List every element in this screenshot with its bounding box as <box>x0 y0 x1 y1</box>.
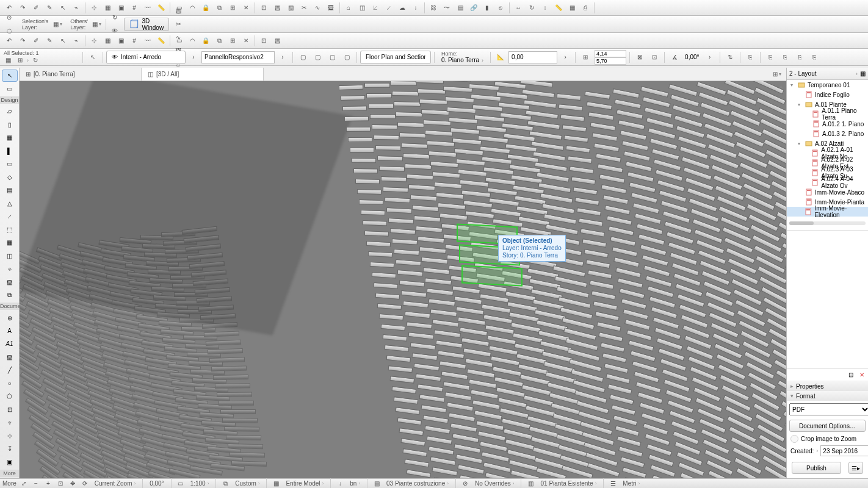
3d-window-button[interactable]: 3D Window <box>124 18 169 31</box>
panel-close-icon[interactable]: ✕ <box>858 370 866 379</box>
scale-dropdown[interactable]: 1:100› <box>188 480 212 487</box>
sb-ico-d[interactable]: ↓ <box>335 479 345 488</box>
pattern-a-icon[interactable]: ↶ <box>2 34 16 48</box>
sel-tool-b[interactable]: ⊞ <box>15 56 26 65</box>
vp-ctrl-a[interactable]: ▴ <box>775 81 786 91</box>
elev-icon[interactable]: 📐 <box>494 51 507 64</box>
beam-tool[interactable]: ▭ <box>2 158 18 170</box>
circle-icon[interactable]: ▣ <box>114 34 128 48</box>
layer-dropdown[interactable]: 👁 Interni - Arredo <box>106 51 186 64</box>
pattern-c-icon[interactable]: ✐ <box>29 34 43 48</box>
home-icon[interactable]: ⌂ <box>342 1 355 15</box>
sb-ico-h[interactable]: ☰ <box>608 479 618 488</box>
units-dropdown[interactable]: Metri› <box>620 480 642 487</box>
zoom-dropdown[interactable]: Current Zoom› <box>92 480 138 487</box>
poly-tool[interactable]: ⬠ <box>2 390 18 402</box>
story-value[interactable]: 0. Piano Terra <box>441 57 479 63</box>
shell-tool[interactable]: ⟋ <box>2 210 18 222</box>
column-tool[interactable]: ▌ <box>2 145 18 156</box>
coord-chev[interactable]: › <box>559 51 572 64</box>
nav-scroll[interactable] <box>787 217 868 230</box>
bar-icon[interactable]: ▮ <box>480 1 494 15</box>
arrow-icon[interactable]: ⊞ <box>226 34 239 48</box>
overrides-dropdown[interactable]: No Overrides› <box>472 480 517 487</box>
image-icon[interactable]: 🖼 <box>324 1 338 15</box>
nav-view-icon[interactable]: ▦ <box>860 70 866 77</box>
sb-ico-f[interactable]: ⊘ <box>460 479 470 488</box>
stair-tool[interactable]: ▤ <box>2 184 18 196</box>
nav-item[interactable]: A.02.4 A-04 Alzato Ov <box>787 178 868 187</box>
section-tool[interactable]: ⎀ <box>2 417 18 428</box>
properties-header[interactable]: ▸Properties <box>787 381 868 391</box>
plante-dropdown[interactable]: 03 Piante costruzione› <box>384 480 451 487</box>
lock-icon[interactable]: 🔒 <box>199 1 212 15</box>
created-date[interactable] <box>820 445 868 456</box>
curve-icon[interactable]: ∿ <box>311 1 324 15</box>
door-tool[interactable]: ▯ <box>2 119 18 131</box>
nav-chev[interactable]: › <box>856 71 858 77</box>
dim-b[interactable] <box>595 57 626 65</box>
tab-overflow[interactable]: ⊞ <box>770 68 784 81</box>
sb-ico-e[interactable]: ▤ <box>372 479 382 488</box>
orbit-sb[interactable]: ⟳ <box>80 479 90 488</box>
elev-tool[interactable]: ⊹ <box>2 430 18 442</box>
zone-tool[interactable]: ▨ <box>2 276 18 287</box>
section-c[interactable]: ▢ <box>325 51 339 64</box>
mask-a-icon[interactable]: ▨ <box>270 1 284 15</box>
rotate-cw-icon[interactable]: ↻ <box>525 1 538 15</box>
publish-button[interactable]: Publish <box>792 462 841 474</box>
line-draw-icon[interactable]: ⌁ <box>70 1 83 15</box>
angle-icon[interactable]: ∡ <box>668 51 681 64</box>
hash-grid-icon[interactable]: # <box>128 1 141 15</box>
box-3d-icon[interactable]: ◫ <box>355 1 369 15</box>
mask-b-icon[interactable]: ▧ <box>284 1 297 15</box>
reload-icon[interactable]: ↻ <box>108 11 121 24</box>
bn-dropdown[interactable]: bn› <box>347 480 363 487</box>
ie-tool[interactable]: ↧ <box>2 443 18 454</box>
text-tool[interactable]: A <box>2 325 18 337</box>
morph-tool[interactable]: ◫ <box>2 249 18 261</box>
zoom-fit[interactable]: ⊡ <box>56 479 65 488</box>
wave-icon[interactable]: 〰 <box>141 1 154 15</box>
zoom-out[interactable]: − <box>31 479 41 488</box>
publish-menu[interactable]: ☰▸ <box>848 462 863 474</box>
zoom-out-full[interactable]: ⤢ <box>19 479 29 488</box>
redo-icon[interactable]: ↷ <box>16 1 29 15</box>
profile-icon[interactable]: ⎙ <box>579 1 592 15</box>
flip-icon[interactable]: ⇅ <box>723 51 737 64</box>
section-b[interactable]: ▢ <box>311 51 324 64</box>
lock-dim[interactable]: ⊠ <box>633 51 646 64</box>
pencil-edit-icon[interactable]: ✎ <box>43 1 56 15</box>
sb-ico-a[interactable]: ▭ <box>176 479 186 488</box>
panel-maximize-icon[interactable]: ⊡ <box>847 370 855 379</box>
nav-item[interactable]: A.01.2 1. Piano <box>787 119 868 129</box>
floorplan-dropdown[interactable]: Floor Plan and Section… <box>360 51 431 64</box>
link-out-d[interactable]: ⎘ <box>793 51 806 64</box>
nav-item[interactable]: A.01.3 2. Piano <box>787 129 868 138</box>
slice-icon[interactable]: 🔒 <box>199 34 212 48</box>
pattern-b-icon[interactable]: ↷ <box>16 34 29 48</box>
angle-status[interactable]: 0,00° <box>147 480 166 487</box>
worksheet-tool[interactable]: ▣ <box>2 456 18 468</box>
crop-checkbox[interactable]: Crop image to Zoom <box>787 434 868 444</box>
section-a[interactable]: ▢ <box>296 51 309 64</box>
link-out-a[interactable]: ⎘ <box>743 51 757 64</box>
marquee-tool[interactable]: ▭ <box>2 83 18 95</box>
curtain-tool[interactable]: ▦ <box>2 237 18 248</box>
dim-icon[interactable]: ⊞ <box>579 51 592 64</box>
pan[interactable]: ✥ <box>68 479 78 488</box>
ruler-v-icon[interactable]: 📏 <box>552 1 565 15</box>
arrow-tool[interactable]: ↖ <box>2 70 18 82</box>
slab-tool[interactable]: ◇ <box>2 171 18 182</box>
3d-viewport[interactable]: Object (Selected) Layer: Interni - Arred… <box>20 81 786 478</box>
sel-chev[interactable]: › <box>27 57 29 63</box>
pattern-f-icon[interactable]: ⌁ <box>70 34 83 48</box>
skylight-tool[interactable]: ⬚ <box>2 223 18 235</box>
ruler-icon[interactable]: 📏 <box>154 1 168 15</box>
share-icon[interactable]: ⎋ <box>494 1 507 15</box>
cut-icon[interactable]: ✂ <box>297 1 311 15</box>
copy-icon[interactable]: ▧ <box>172 4 185 18</box>
grid-mini-icon[interactable]: ▨ <box>270 34 284 48</box>
format-select[interactable]: PDF <box>789 403 868 415</box>
line-tool[interactable]: ╱ <box>2 364 18 376</box>
